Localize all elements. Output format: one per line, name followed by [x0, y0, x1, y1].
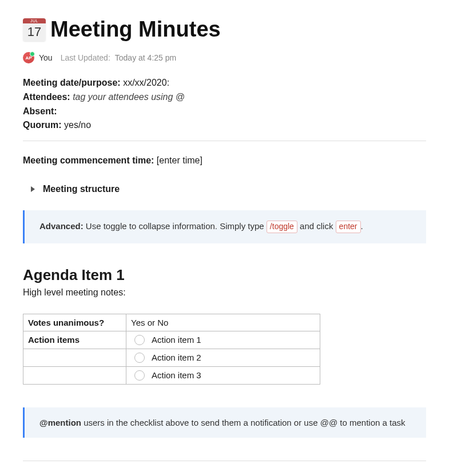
divider: [23, 461, 426, 461]
calendar-icon: JUL 17: [23, 18, 46, 41]
byline-you: You: [39, 53, 53, 62]
action-item-cell[interactable]: Action item 1: [126, 331, 320, 349]
divider: [23, 141, 426, 141]
quorum-value[interactable]: yes/no: [64, 120, 91, 130]
empty-cell: [23, 349, 126, 366]
agenda-subtitle[interactable]: High level meeting notes:: [23, 287, 426, 298]
empty-cell: [23, 366, 126, 384]
table-row: Action item 3: [23, 366, 320, 384]
last-updated-value: Today at 4:25 pm: [115, 53, 176, 62]
byline: AP You Last Updated: Today at 4:25 pm: [23, 52, 426, 63]
table-row: Action items Action item 1: [23, 331, 320, 349]
toggle-label[interactable]: Meeting structure: [43, 184, 120, 194]
callout-advanced: Advanced: Use toggle to collapse informa…: [23, 210, 426, 243]
code-chip-toggle: /toggle: [267, 221, 297, 233]
callout-mention-strong: @mention: [39, 418, 81, 427]
checklist-item[interactable]: Action item 3: [131, 370, 315, 381]
action-items-label: Action items: [23, 331, 126, 349]
table-row: Votes unanimous? Yes or No: [23, 314, 320, 331]
code-chip-enter: enter: [336, 221, 361, 233]
title-row: JUL 17 Meeting Minutes: [23, 17, 426, 42]
calendar-icon-day: 17: [23, 23, 46, 41]
last-updated-label: Last Updated:: [61, 53, 110, 62]
commencement-label: Meeting commencement time:: [23, 155, 154, 165]
checkbox-circle[interactable]: [134, 370, 145, 381]
page-title[interactable]: Meeting Minutes: [50, 17, 221, 42]
callout-mention: @mention users in the checklist above to…: [23, 407, 426, 438]
attendees-label: Attendees:: [23, 92, 70, 102]
action-item-text[interactable]: Action item 1: [152, 335, 201, 345]
calendar-icon-month: JUL: [23, 18, 46, 23]
callout-advanced-after: .: [361, 221, 363, 231]
action-item-text[interactable]: Action item 2: [152, 353, 201, 362]
action-item-cell[interactable]: Action item 2: [126, 349, 320, 366]
checkbox-circle[interactable]: [134, 353, 145, 363]
votes-label: Votes unanimous?: [23, 314, 126, 331]
checkbox-circle[interactable]: [134, 335, 145, 345]
commencement-row[interactable]: Meeting commencement time: [enter time]: [23, 154, 426, 168]
attendees-value[interactable]: tag your attendees using @: [73, 92, 185, 102]
table-row: Action item 2: [23, 349, 320, 366]
agenda-title[interactable]: Agenda Item 1: [23, 266, 426, 284]
action-item-text[interactable]: Action item 3: [152, 370, 201, 380]
callout-advanced-strong: Advanced:: [39, 221, 84, 231]
commencement-value[interactable]: [enter time]: [157, 155, 202, 165]
checklist-item[interactable]: Action item 1: [131, 335, 315, 345]
action-item-cell[interactable]: Action item 3: [126, 366, 320, 384]
toggle-row[interactable]: Meeting structure: [23, 184, 426, 194]
meta-block[interactable]: Meeting date/purpose: xx/xx/2020: Attend…: [23, 76, 426, 133]
callout-advanced-text1: Use toggle to collapse information. Simp…: [86, 221, 267, 231]
chevron-right-icon[interactable]: [31, 186, 35, 192]
avatar[interactable]: AP: [23, 52, 34, 63]
checklist-item[interactable]: Action item 2: [131, 353, 315, 363]
meeting-date-value[interactable]: xx/xx/2020:: [123, 78, 169, 87]
meeting-date-label: Meeting date/purpose:: [23, 78, 121, 87]
absent-label: Absent:: [23, 106, 57, 116]
quorum-label: Quorum:: [23, 120, 62, 130]
votes-value[interactable]: Yes or No: [126, 314, 320, 331]
callout-mention-text: users in the checklist above to send the…: [81, 418, 406, 427]
callout-advanced-mid: and click: [297, 221, 336, 231]
actions-table: Votes unanimous? Yes or No Action items …: [23, 314, 320, 385]
